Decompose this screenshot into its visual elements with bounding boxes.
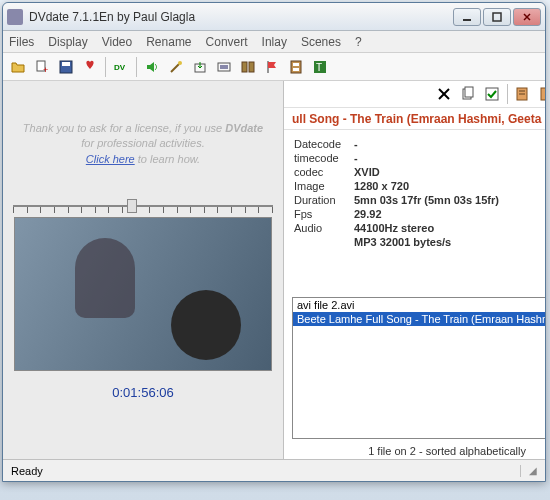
scene-icon[interactable]	[237, 56, 259, 78]
menu-files[interactable]: Files	[9, 35, 34, 49]
content-area: Thank you to ask for a license, if you u…	[3, 81, 545, 459]
svg-rect-14	[220, 65, 228, 69]
extract-icon[interactable]	[189, 56, 211, 78]
svg-rect-31	[541, 88, 545, 100]
right-panel: + × STOP ull Song - The Train (Emraan Ha…	[283, 81, 545, 459]
image-value: 1280 x 720	[354, 180, 545, 192]
minimize-button[interactable]	[453, 8, 481, 26]
timeline-slider[interactable]	[13, 197, 273, 217]
save-icon[interactable]	[55, 56, 77, 78]
current-filename: ull Song - The Train (Emraan Hashmi, Gee…	[284, 108, 545, 130]
svg-rect-7	[62, 62, 70, 66]
open-folder-icon[interactable]	[7, 56, 29, 78]
statusbar: Ready ◢	[3, 459, 545, 481]
menu-help[interactable]: ?	[355, 35, 362, 49]
text-icon[interactable]: T	[309, 56, 331, 78]
app-window: DVdate 7.1.1En by Paul Glagla Files Disp…	[2, 2, 546, 482]
list-sort-icon[interactable]	[512, 83, 534, 105]
audio-value: 44100Hz stereo	[354, 222, 545, 234]
check-icon[interactable]	[481, 83, 503, 105]
wand-icon[interactable]	[165, 56, 187, 78]
menubar: Files Display Video Rename Convert Inlay…	[3, 31, 545, 53]
frame-icon[interactable]	[213, 56, 235, 78]
timecode-label: timecode	[294, 152, 354, 164]
menu-rename[interactable]: Rename	[146, 35, 191, 49]
dv-icon[interactable]: DV	[110, 56, 132, 78]
duration-value: 5mn 03s 17fr (5mn 03s 15fr)	[354, 194, 545, 206]
menu-display[interactable]: Display	[48, 35, 87, 49]
fps-label: Fps	[294, 208, 354, 220]
svg-point-10	[178, 61, 182, 65]
slider-thumb[interactable]	[127, 199, 137, 213]
app-icon	[7, 9, 23, 25]
audio-value-2: MP3 32001 bytes/s	[354, 236, 545, 248]
list-status: 1 file on 2 - sorted alphabetically	[284, 443, 545, 459]
close-button[interactable]	[513, 8, 541, 26]
menu-inlay[interactable]: Inlay	[262, 35, 287, 49]
maximize-button[interactable]	[483, 8, 511, 26]
svg-text:+: +	[43, 65, 48, 75]
fps-value: 29.92	[354, 208, 545, 220]
audio-icon[interactable]	[141, 56, 163, 78]
menu-video[interactable]: Video	[102, 35, 132, 49]
film-icon[interactable]	[285, 56, 307, 78]
svg-rect-18	[291, 61, 301, 73]
svg-rect-15	[242, 62, 247, 72]
toolbar-separator	[136, 57, 137, 77]
datecode-label: Datecode	[294, 138, 354, 150]
codec-value: XVID	[354, 166, 545, 178]
svg-rect-26	[465, 87, 473, 97]
preview-frame	[15, 218, 271, 370]
titlebar[interactable]: DVdate 7.1.1En by Paul Glagla	[3, 3, 545, 31]
menu-convert[interactable]: Convert	[206, 35, 248, 49]
timecode-value: -	[354, 152, 545, 164]
license-notice: Thank you to ask for a license, if you u…	[23, 121, 263, 167]
main-toolbar: + DV T	[3, 53, 545, 81]
menu-scenes[interactable]: Scenes	[301, 35, 341, 49]
list-add-icon[interactable]: +	[536, 83, 545, 105]
svg-rect-16	[249, 62, 254, 72]
svg-rect-27	[486, 88, 498, 100]
delete-icon[interactable]	[433, 83, 455, 105]
window-controls	[453, 8, 541, 26]
file-info: Datecode- timecode- codecXVID Image1280 …	[284, 130, 545, 258]
status-text: Ready	[11, 465, 521, 477]
audio-label: Audio	[294, 222, 354, 234]
toolbar-separator	[105, 57, 106, 77]
resize-grip[interactable]: ◢	[521, 465, 537, 476]
toolbar-separator	[507, 84, 508, 104]
flag-icon[interactable]	[261, 56, 283, 78]
favorite-icon[interactable]	[79, 56, 101, 78]
svg-rect-20	[293, 68, 299, 71]
image-label: Image	[294, 180, 354, 192]
svg-text:T: T	[316, 62, 322, 73]
file-list[interactable]: avi file 2.avi Beete Lamhe Full Song - T…	[292, 297, 545, 439]
svg-line-9	[171, 64, 179, 72]
add-file-icon[interactable]: +	[31, 56, 53, 78]
timecode-display: 0:01:56:06	[112, 385, 173, 400]
list-item[interactable]: avi file 2.avi	[293, 298, 545, 312]
copy-icon[interactable]	[457, 83, 479, 105]
window-title: DVdate 7.1.1En by Paul Glagla	[29, 10, 453, 24]
left-panel: Thank you to ask for a license, if you u…	[3, 81, 283, 459]
codec-label: codec	[294, 166, 354, 178]
list-item[interactable]: Beete Lamhe Full Song - The Train (Emraa…	[293, 312, 545, 326]
right-toolbar: + × STOP	[284, 81, 545, 108]
svg-rect-1	[493, 13, 501, 21]
svg-rect-19	[293, 63, 299, 66]
datecode-value: -	[354, 138, 545, 150]
duration-label: Duration	[294, 194, 354, 206]
svg-text:DV: DV	[114, 63, 126, 72]
license-link[interactable]: Click here	[86, 153, 135, 165]
video-preview[interactable]	[14, 217, 272, 371]
